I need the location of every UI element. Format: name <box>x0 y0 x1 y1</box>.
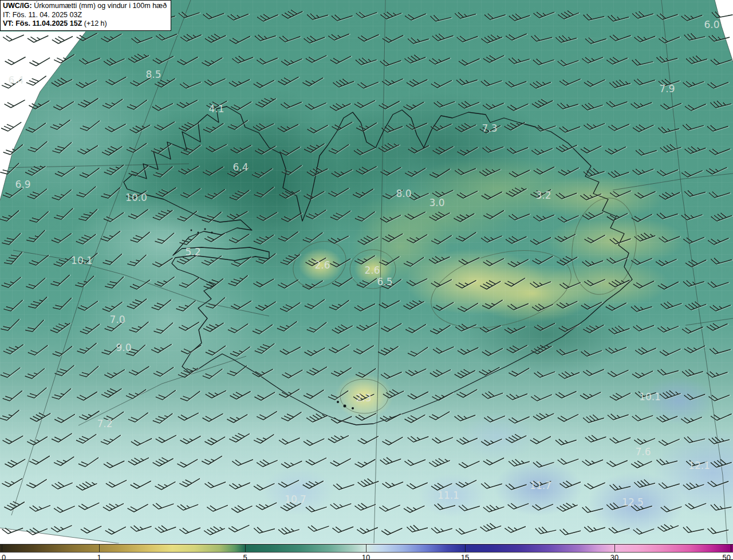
wind-barb <box>278 119 299 134</box>
map-domain-edge <box>0 31 86 200</box>
wind-barb <box>231 295 252 311</box>
wind-barb <box>26 225 46 245</box>
wind-barb <box>305 342 326 358</box>
wind-barb <box>685 497 707 511</box>
wind-barb <box>279 141 301 157</box>
wind-barb <box>328 429 350 445</box>
wind-barb <box>609 274 630 289</box>
wind-barb <box>581 296 603 311</box>
wind-barb <box>684 30 706 42</box>
wind-barb <box>508 498 530 511</box>
wind-barb <box>533 250 554 266</box>
map-value-label: 7.6 <box>635 446 651 458</box>
wind-barb <box>330 452 352 468</box>
wind-barb <box>80 115 101 133</box>
wind-barb <box>508 253 530 269</box>
wind-barb <box>354 498 376 512</box>
wind-barb <box>229 228 250 246</box>
wind-barb <box>306 452 328 467</box>
wind-barb <box>5 453 26 470</box>
wind-barb <box>681 411 703 425</box>
wind-barb <box>332 10 353 23</box>
wind-barb <box>556 187 578 200</box>
wind-barb <box>505 320 526 336</box>
wind-barb <box>532 498 554 512</box>
wind-barb <box>683 119 704 132</box>
wind-barb <box>77 181 97 200</box>
wind-barb <box>106 474 128 490</box>
wind-barb <box>280 297 301 314</box>
wind-barb <box>228 115 249 132</box>
wind-barb <box>583 412 605 424</box>
wind-barb <box>584 319 605 335</box>
wind-barb <box>132 31 153 45</box>
wind-barb <box>382 476 404 490</box>
wind-barb <box>632 7 654 20</box>
wind-barb <box>282 160 303 178</box>
wind-barb <box>482 186 503 202</box>
wind-barb <box>255 30 277 43</box>
wind-barb <box>684 388 706 402</box>
map-value-label: 3.0 <box>429 197 444 208</box>
wind-barb <box>204 476 226 490</box>
wind-barb <box>206 292 226 311</box>
wind-barb <box>332 320 354 336</box>
wind-barb <box>128 498 149 514</box>
init-time: IT: Fös. 11. 04. 2025 03Z <box>3 11 167 20</box>
wind-barb <box>333 520 354 534</box>
wind-barb <box>55 360 76 379</box>
wind-barb <box>333 478 355 491</box>
wind-barb <box>281 249 301 267</box>
map-value-label: 11.7 <box>530 480 551 491</box>
wind-barb <box>382 228 404 244</box>
wind-barb <box>429 207 451 223</box>
wind-barb <box>659 478 680 490</box>
wind-barb <box>302 72 324 89</box>
wind-barb <box>407 228 428 245</box>
wind-barb <box>129 317 150 336</box>
colorbar-tick <box>2 545 2 552</box>
wind-barb <box>78 93 99 110</box>
wind-barb <box>610 387 632 403</box>
wind-barb <box>433 140 455 156</box>
wind-barb <box>180 183 202 200</box>
map-value-label: 12.5 <box>622 496 644 508</box>
wind-barb <box>204 431 226 448</box>
wind-barb <box>306 361 328 377</box>
wind-barb <box>25 363 46 381</box>
wind-barb <box>207 499 228 514</box>
wind-barb <box>281 53 303 68</box>
wind-barb <box>357 317 379 333</box>
product-description: Úrkomumætti (mm) og vindur i 100m hæð <box>34 2 167 10</box>
wind-barb <box>306 49 328 65</box>
wind-barb <box>405 206 427 222</box>
wind-barb <box>380 453 402 467</box>
wind-barb <box>405 409 427 425</box>
wind-barb <box>456 432 478 446</box>
wind-barb <box>253 273 275 290</box>
wind-barb <box>50 115 72 133</box>
wind-barb <box>633 523 655 537</box>
wind-barb <box>533 53 555 66</box>
map-value-label: 8.0 <box>396 188 411 199</box>
wind-barb <box>433 297 455 313</box>
wind-barb <box>80 163 101 180</box>
wind-barb <box>206 385 227 401</box>
wind-barb <box>707 120 729 133</box>
wind-barb <box>356 160 378 176</box>
wind-barb <box>26 474 48 491</box>
wind-barb <box>153 498 175 511</box>
wind-barb <box>558 453 580 467</box>
wind-barb <box>26 273 46 291</box>
wind-barb <box>405 318 427 335</box>
wind-barb <box>534 6 555 19</box>
wind-barb <box>684 340 706 355</box>
wind-barb <box>281 96 302 111</box>
wind-barb <box>383 431 404 448</box>
wind-barb <box>101 429 122 447</box>
wind-barb <box>657 364 679 377</box>
map-overlay: 6.06.48.54.17.97.36.910.06.48.03.03.25.2… <box>0 0 733 543</box>
wind-barb <box>177 453 199 470</box>
wind-barb <box>227 8 249 22</box>
wind-barb <box>354 298 376 313</box>
